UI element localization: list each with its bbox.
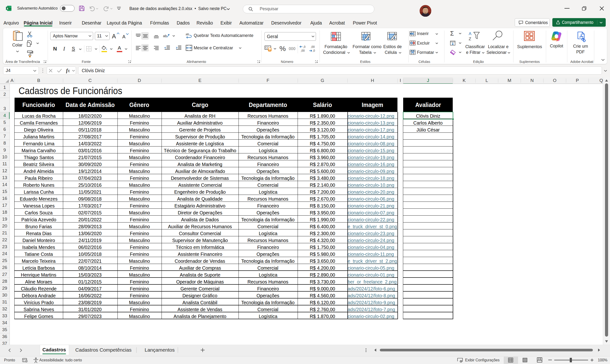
svg-text:ab: ab [186, 32, 189, 36]
svg-text:Z: Z [469, 37, 471, 41]
svg-text:X: X [7, 7, 9, 10]
svg-text:ab: ab [163, 34, 167, 38]
svg-text:A: A [469, 31, 472, 36]
